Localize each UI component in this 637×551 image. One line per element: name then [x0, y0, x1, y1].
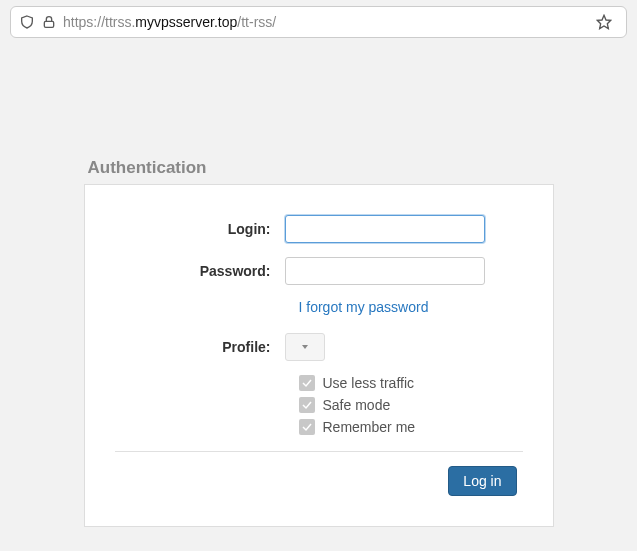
auth-panel: Login: Password: I forgot my password Pr…	[84, 184, 554, 527]
checkbox-use-less-traffic[interactable]: Use less traffic	[299, 375, 523, 391]
checkbox-label: Safe mode	[323, 397, 391, 413]
lock-icon	[41, 14, 57, 30]
forgot-password-link[interactable]: I forgot my password	[299, 299, 429, 315]
checkbox-safe-mode[interactable]: Safe mode	[299, 397, 523, 413]
checkbox-label: Remember me	[323, 419, 416, 435]
panel-title: Authentication	[84, 158, 554, 178]
password-label: Password:	[115, 263, 285, 279]
login-input[interactable]	[285, 215, 485, 243]
checkbox-label: Use less traffic	[323, 375, 415, 391]
check-icon	[299, 397, 315, 413]
login-button[interactable]: Log in	[448, 466, 516, 496]
login-label: Login:	[115, 221, 285, 237]
shield-icon	[19, 14, 35, 30]
url-path: /tt-rss/	[237, 14, 276, 30]
svg-rect-0	[44, 21, 53, 27]
url-prefix: https://ttrss.	[63, 14, 135, 30]
chevron-down-icon	[302, 345, 308, 349]
url-host: myvpsserver.top	[135, 14, 237, 30]
checkbox-remember-me[interactable]: Remember me	[299, 419, 523, 435]
address-bar[interactable]: https://ttrss.myvpsserver.top/tt-rss/	[10, 6, 627, 38]
password-input[interactable]	[285, 257, 485, 285]
bookmark-star-icon[interactable]	[596, 14, 612, 30]
svg-marker-1	[597, 15, 610, 28]
profile-select[interactable]	[285, 333, 325, 361]
url-text[interactable]: https://ttrss.myvpsserver.top/tt-rss/	[63, 14, 596, 30]
check-icon	[299, 375, 315, 391]
check-icon	[299, 419, 315, 435]
separator	[115, 451, 523, 452]
profile-label: Profile:	[115, 339, 285, 355]
